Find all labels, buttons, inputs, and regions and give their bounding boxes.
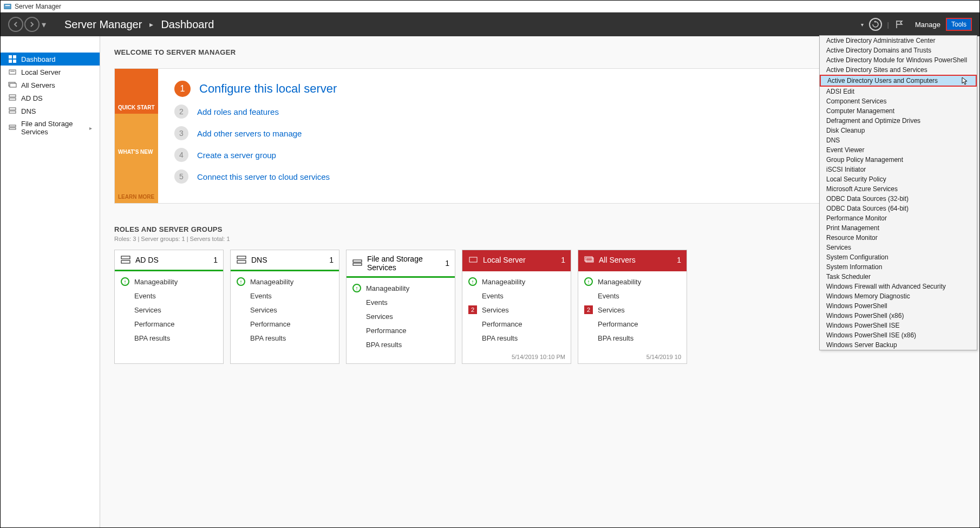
- welcome-step[interactable]: 2Add roles and features: [174, 105, 337, 119]
- tile-row-manageability[interactable]: ↑Manageability: [352, 281, 449, 295]
- tools-menu-item[interactable]: Windows PowerShell: [820, 301, 977, 311]
- tile-icon: [352, 258, 363, 269]
- tile-row-events[interactable]: Events: [468, 289, 565, 303]
- tools-menu-item[interactable]: Windows PowerShell (x86): [820, 311, 977, 321]
- tile-row-performance[interactable]: Performance: [584, 317, 681, 331]
- role-tile[interactable]: AD DS 1 ↑Manageability Events Services P…: [114, 250, 224, 364]
- tile-row-services[interactable]: 2Services: [468, 303, 565, 317]
- tab-quick-start[interactable]: QUICK START: [115, 69, 158, 114]
- tools-menu-item[interactable]: iSCSI Initiator: [820, 165, 977, 174]
- tools-menu-item[interactable]: Windows Firewall with Advanced Security: [820, 282, 977, 291]
- tab-whats-new[interactable]: WHAT'S NEW: [115, 114, 158, 159]
- sidebar-item-ad-ds[interactable]: AD DS: [1, 92, 100, 105]
- step-link[interactable]: Connect this server to cloud services: [197, 172, 330, 181]
- tools-menu-item[interactable]: Microsoft Azure Services: [820, 184, 977, 194]
- tile-row-events[interactable]: Events: [236, 289, 334, 303]
- tools-menu-item[interactable]: ODBC Data Sources (32-bit): [820, 194, 977, 204]
- manage-menu[interactable]: Manage: [915, 21, 940, 29]
- tile-row-manageability[interactable]: ↑Manageability: [468, 275, 565, 289]
- tile-row-bpa[interactable]: BPA results: [352, 337, 449, 351]
- tile-row-performance[interactable]: Performance: [468, 317, 565, 331]
- tools-menu-item[interactable]: Services: [820, 243, 977, 252]
- tools-menu-item[interactable]: Active Directory Domains and Trusts: [820, 45, 977, 55]
- role-tile[interactable]: Local Server 1 ↑Manageability Events 2Se…: [462, 250, 571, 364]
- tools-menu-item[interactable]: Active Directory Users and Computers: [820, 75, 977, 87]
- tools-menu-item[interactable]: Event Viewer: [820, 145, 977, 155]
- tile-name: File and Storage Services: [367, 255, 441, 272]
- tab-learn-more[interactable]: LEARN MORE: [115, 158, 158, 203]
- sidebar: DashboardLocal ServerAll ServersAD DSDNS…: [1, 36, 100, 527]
- tools-menu-item[interactable]: Component Services: [820, 96, 977, 106]
- nav-forward-button[interactable]: [24, 17, 40, 32]
- tools-menu-item[interactable]: Performance Monitor: [820, 213, 977, 223]
- tile-row-bpa[interactable]: BPA results: [584, 331, 681, 345]
- tools-menu-button[interactable]: Tools: [946, 18, 972, 31]
- svg-rect-24: [586, 258, 593, 262]
- step-link[interactable]: Add roles and features: [197, 107, 279, 116]
- tools-menu-item[interactable]: System Information: [820, 262, 977, 272]
- role-tile[interactable]: File and Storage Services 1 ↑Manageabili…: [346, 250, 455, 364]
- tile-row-services[interactable]: Services: [236, 303, 334, 317]
- tools-menu-item[interactable]: Resource Monitor: [820, 233, 977, 243]
- tile-row-manageability[interactable]: ↑Manageability: [236, 275, 334, 289]
- flag-icon[interactable]: [894, 19, 904, 29]
- step-link[interactable]: Create a server group: [197, 151, 276, 160]
- nav-history-dropdown[interactable]: ▾: [42, 19, 48, 30]
- sidebar-item-dashboard[interactable]: Dashboard: [1, 53, 100, 66]
- tools-menu-item[interactable]: Windows Memory Diagnostic: [820, 291, 977, 301]
- breadcrumb-root[interactable]: Server Manager: [64, 18, 142, 31]
- nav-back-button[interactable]: [8, 17, 23, 32]
- sidebar-item-local-server[interactable]: Local Server: [1, 66, 100, 79]
- tile-row-manageability[interactable]: ↑Manageability: [584, 275, 681, 289]
- tile-row-events[interactable]: Events: [584, 289, 681, 303]
- tools-menu-item[interactable]: Active Directory Sites and Services: [820, 65, 977, 75]
- tools-menu-item[interactable]: Disk Cleanup: [820, 126, 977, 135]
- refresh-button[interactable]: [869, 18, 882, 31]
- tile-row-services[interactable]: Services: [120, 303, 218, 317]
- tile-row-bpa[interactable]: BPA results: [236, 331, 334, 345]
- tools-menu-item[interactable]: Defragment and Optimize Drives: [820, 116, 977, 126]
- tile-row-bpa[interactable]: BPA results: [120, 331, 218, 345]
- step-link[interactable]: Configure this local server: [199, 82, 337, 96]
- tile-row-performance[interactable]: Performance: [120, 317, 218, 331]
- tools-menu-item[interactable]: ODBC Data Sources (64-bit): [820, 204, 977, 213]
- sidebar-item-label: File and Storage Services: [21, 120, 85, 136]
- tile-name: Local Server: [483, 256, 526, 264]
- tile-row-events[interactable]: Events: [352, 295, 449, 309]
- tools-menu-item[interactable]: Task Scheduler: [820, 272, 977, 282]
- role-tile[interactable]: All Servers 1 ↑Manageability Events 2Ser…: [578, 250, 687, 364]
- welcome-step[interactable]: 4Create a server group: [174, 148, 337, 162]
- role-tile[interactable]: DNS 1 ↑Manageability Events Services Per…: [230, 250, 339, 364]
- tools-menu-item[interactable]: DNS: [820, 135, 977, 145]
- tile-row-bpa[interactable]: BPA results: [468, 331, 565, 345]
- welcome-step[interactable]: 5Connect this server to cloud services: [174, 170, 337, 184]
- tile-row-services[interactable]: Services: [352, 309, 449, 323]
- tools-menu-item[interactable]: Windows PowerShell ISE: [820, 321, 977, 330]
- step-link[interactable]: Add other servers to manage: [197, 129, 302, 138]
- sidebar-item-all-servers[interactable]: All Servers: [1, 79, 100, 92]
- header-dropdown-icon[interactable]: ▾: [861, 22, 864, 28]
- tools-menu-item[interactable]: Windows Server Backup: [820, 340, 977, 350]
- tile-row-services[interactable]: 2Services: [584, 303, 681, 317]
- welcome-step[interactable]: 3Add other servers to manage: [174, 126, 337, 140]
- tools-menu-item[interactable]: Active Directory Administrative Center: [820, 36, 977, 45]
- svg-rect-6: [9, 70, 16, 74]
- tile-row-performance[interactable]: Performance: [352, 323, 449, 337]
- tools-menu-item[interactable]: Group Policy Management: [820, 155, 977, 165]
- sidebar-item-label: All Servers: [21, 81, 55, 89]
- svg-rect-3: [13, 55, 16, 58]
- tools-menu-item[interactable]: Windows PowerShell ISE (x86): [820, 330, 977, 340]
- tile-row-events[interactable]: Events: [120, 289, 218, 303]
- tools-menu-item[interactable]: System Configuration: [820, 252, 977, 262]
- sidebar-item-dns[interactable]: DNS: [1, 105, 100, 118]
- tools-menu-item[interactable]: Local Security Policy: [820, 174, 977, 184]
- tile-row-performance[interactable]: Performance: [236, 317, 334, 331]
- tools-menu-item[interactable]: ADSI Edit: [820, 87, 977, 96]
- tile-row-manageability[interactable]: ↑Manageability: [120, 275, 218, 289]
- step-number: 2: [174, 105, 188, 119]
- tools-menu-item[interactable]: Print Management: [820, 223, 977, 233]
- tools-menu-item[interactable]: Computer Management: [820, 106, 977, 116]
- sidebar-item-file-and-storage-services[interactable]: File and Storage Services▸: [1, 118, 100, 138]
- welcome-step[interactable]: 1Configure this local server: [174, 81, 337, 97]
- tools-menu-item[interactable]: Active Directory Module for Windows Powe…: [820, 55, 977, 65]
